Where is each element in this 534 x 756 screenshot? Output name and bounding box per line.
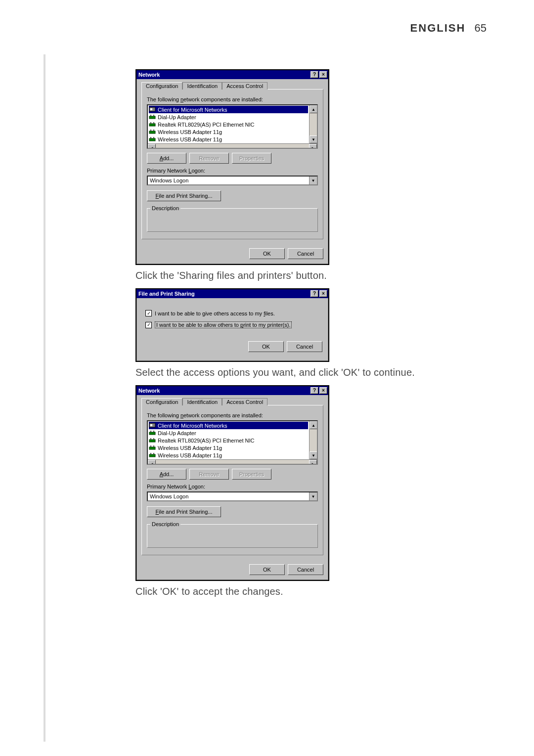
close-icon[interactable]: × bbox=[319, 71, 327, 78]
list-item[interactable]: Wireless USB Adapter 11g bbox=[149, 451, 308, 459]
vertical-scrollbar[interactable]: ▲ ▼ bbox=[309, 105, 317, 143]
client-icon bbox=[149, 107, 156, 113]
components-label: The following network components are ins… bbox=[147, 412, 318, 418]
client-icon bbox=[149, 423, 156, 429]
primary-logon-combo[interactable]: Windows Logon ▼ bbox=[147, 491, 318, 501]
tab-identification[interactable]: Identification bbox=[182, 82, 222, 89]
adapter-icon bbox=[149, 430, 156, 436]
file-print-sharing-button[interactable]: File and Print Sharing... bbox=[147, 190, 221, 201]
dialog-title: File and Print Sharing bbox=[137, 291, 310, 297]
list-item[interactable]: Wireless USB Adapter 11g bbox=[149, 135, 308, 143]
svg-rect-19 bbox=[149, 440, 155, 442]
cancel-button[interactable]: Cancel bbox=[288, 248, 323, 259]
horizontal-scrollbar[interactable]: ◄ ► bbox=[148, 459, 317, 465]
share-files-checkbox-row[interactable]: ✓ I want to be able to give others acces… bbox=[145, 310, 319, 316]
ok-button[interactable]: OK bbox=[249, 248, 285, 259]
help-icon[interactable]: ? bbox=[311, 387, 318, 394]
help-icon[interactable]: ? bbox=[311, 290, 318, 297]
tab-identification[interactable]: Identification bbox=[182, 398, 222, 405]
titlebar[interactable]: Network ? × bbox=[136, 386, 328, 395]
list-item[interactable]: Dial-Up Adapter bbox=[149, 429, 308, 437]
dialog-title: Network bbox=[137, 388, 310, 394]
properties-button: Properties bbox=[232, 469, 271, 480]
list-item[interactable]: Realtek RTL8029(AS) PCI Ethernet NIC bbox=[149, 121, 308, 128]
titlebar[interactable]: Network ? × bbox=[136, 70, 328, 79]
svg-rect-12 bbox=[150, 137, 151, 138]
cancel-button[interactable]: Cancel bbox=[287, 341, 322, 352]
svg-rect-18 bbox=[153, 431, 154, 432]
svg-rect-26 bbox=[150, 453, 151, 454]
scroll-down-icon[interactable]: ▼ bbox=[310, 135, 317, 143]
primary-logon-value: Windows Logon bbox=[148, 177, 309, 184]
header-lang: ENGLISH bbox=[410, 22, 466, 34]
tab-configuration[interactable]: Configuration bbox=[141, 82, 182, 89]
components-label: The following network components are ins… bbox=[147, 96, 318, 102]
add-button[interactable]: Add... bbox=[147, 469, 186, 480]
scroll-down-icon[interactable]: ▼ bbox=[310, 451, 317, 459]
adapter-icon bbox=[149, 452, 156, 458]
help-icon[interactable]: ? bbox=[311, 71, 318, 78]
list-item[interactable]: Client for Microsoft Networks bbox=[149, 106, 308, 113]
vertical-scrollbar[interactable]: ▲ ▼ bbox=[309, 421, 317, 459]
list-item[interactable]: Dial-Up Adapter bbox=[149, 113, 308, 121]
scroll-left-icon[interactable]: ◄ bbox=[148, 460, 156, 465]
scroll-up-icon[interactable]: ▲ bbox=[310, 421, 317, 429]
list-item-label: Client for Microsoft Networks bbox=[158, 423, 227, 429]
primary-logon-label: Primary Network Logon: bbox=[147, 168, 318, 174]
svg-rect-2 bbox=[149, 116, 155, 119]
description-group: Description bbox=[147, 521, 318, 548]
scroll-left-icon[interactable]: ◄ bbox=[148, 144, 156, 149]
checkbox-checked-icon[interactable]: ✓ bbox=[145, 310, 152, 316]
list-item[interactable]: Realtek RTL8029(AS) PCI Ethernet NIC bbox=[149, 437, 308, 444]
left-rule bbox=[44, 54, 45, 742]
file-print-sharing-button[interactable]: File and Print Sharing... bbox=[147, 506, 221, 517]
list-item[interactable]: Wireless USB Adapter 11g bbox=[149, 128, 308, 135]
svg-rect-20 bbox=[150, 438, 151, 440]
list-item[interactable]: Client for Microsoft Networks bbox=[149, 422, 308, 429]
svg-rect-7 bbox=[153, 122, 154, 124]
titlebar[interactable]: File and Print Sharing ? × bbox=[136, 289, 328, 298]
list-item-label: Wireless USB Adapter 11g bbox=[158, 445, 222, 451]
primary-logon-combo[interactable]: Windows Logon ▼ bbox=[147, 176, 318, 185]
adapter-icon bbox=[149, 438, 156, 444]
chevron-down-icon[interactable]: ▼ bbox=[309, 177, 317, 184]
page-number: 65 bbox=[475, 22, 487, 34]
ok-button[interactable]: OK bbox=[248, 341, 284, 352]
components-listbox[interactable]: Client for Microsoft Networks Dial-Up Ad… bbox=[147, 420, 318, 465]
svg-rect-27 bbox=[153, 453, 154, 454]
close-icon[interactable]: × bbox=[319, 290, 327, 297]
cancel-button[interactable]: Cancel bbox=[288, 564, 323, 575]
tab-configuration[interactable]: Configuration bbox=[141, 398, 182, 405]
checkbox-checked-icon[interactable]: ✓ bbox=[145, 322, 152, 328]
scroll-right-icon[interactable]: ► bbox=[309, 144, 317, 149]
svg-rect-5 bbox=[149, 124, 155, 126]
primary-logon-value: Windows Logon bbox=[148, 492, 309, 500]
tab-panel: The following network components are ins… bbox=[141, 89, 323, 239]
list-item-label: Client for Microsoft Networks bbox=[158, 107, 227, 113]
list-item[interactable]: Wireless USB Adapter 11g bbox=[149, 444, 308, 451]
adapter-icon bbox=[149, 114, 156, 120]
scroll-right-icon[interactable]: ► bbox=[309, 460, 317, 465]
caption-3: Click 'OK' to accept the changes. bbox=[135, 586, 482, 597]
chevron-down-icon[interactable]: ▼ bbox=[309, 492, 317, 500]
adapter-icon bbox=[149, 136, 156, 142]
list-item-label: Wireless USB Adapter 11g bbox=[158, 136, 222, 142]
svg-rect-4 bbox=[153, 115, 154, 116]
close-icon[interactable]: × bbox=[319, 387, 327, 394]
tab-access-control[interactable]: Access Control bbox=[222, 398, 267, 405]
network-dialog-1: Network ? × Configuration Identification… bbox=[135, 69, 329, 265]
scroll-up-icon[interactable]: ▲ bbox=[310, 105, 317, 113]
horizontal-scrollbar[interactable]: ◄ ► bbox=[148, 143, 317, 149]
dialog-title: Network bbox=[137, 72, 310, 78]
tab-access-control[interactable]: Access Control bbox=[222, 82, 267, 89]
adapter-icon bbox=[149, 129, 156, 135]
add-button[interactable]: Add... bbox=[147, 153, 186, 164]
svg-rect-9 bbox=[150, 130, 151, 131]
share-files-label: I want to be able to give others access … bbox=[155, 311, 275, 316]
svg-rect-23 bbox=[150, 445, 151, 447]
list-item-label: Realtek RTL8029(AS) PCI Ethernet NIC bbox=[158, 122, 254, 128]
svg-rect-8 bbox=[149, 131, 155, 133]
share-printers-checkbox-row[interactable]: ✓ I want to be able to allow others to p… bbox=[145, 321, 319, 328]
ok-button[interactable]: OK bbox=[249, 564, 285, 575]
components-listbox[interactable]: Client for Microsoft Networks Dial-Up Ad… bbox=[147, 104, 318, 149]
